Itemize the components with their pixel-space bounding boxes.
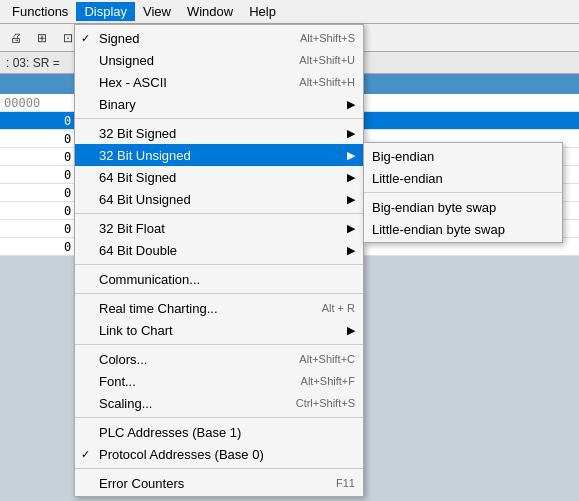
address-text: : 03: SR =	[6, 56, 60, 70]
menu-label-colors: Colors...	[99, 352, 147, 367]
divider-2	[75, 213, 363, 214]
menu-label-64bit-signed: 64 Bit Signed	[99, 170, 176, 185]
menu-item-64bit-unsigned[interactable]: 64 Bit Unsigned ▶	[75, 188, 363, 210]
menu-label-binary: Binary	[99, 97, 136, 112]
menu-item-plc-addresses[interactable]: PLC Addresses (Base 1)	[75, 421, 363, 443]
menu-help[interactable]: Help	[241, 2, 284, 21]
submenu-item-big-endian-swap[interactable]: Big-endian byte swap	[364, 196, 562, 218]
menu-item-protocol-addresses[interactable]: ✓ Protocol Addresses (Base 0)	[75, 443, 363, 465]
divider-7	[75, 468, 363, 469]
menu-label-protocol-addresses: Protocol Addresses (Base 0)	[99, 447, 264, 462]
display-dropdown-menu: ✓ Signed Alt+Shift+S Unsigned Alt+Shift+…	[74, 24, 364, 497]
submenu-item-little-endian-swap[interactable]: Little-endian byte swap	[364, 218, 562, 240]
arrow-64bit-double: ▶	[347, 244, 355, 257]
arrow-32bit-float: ▶	[347, 222, 355, 235]
submenu-label-little-endian: Little-endian	[372, 171, 443, 186]
submenu-32bit-unsigned: Big-endian Little-endian Big-endian byte…	[363, 142, 563, 243]
divider-4	[75, 293, 363, 294]
menu-item-hex-ascii[interactable]: Hex - ASCII Alt+Shift+H	[75, 71, 363, 93]
menubar: Functions Display View Window Help	[0, 0, 579, 24]
menu-label-32bit-signed: 32 Bit Signed	[99, 126, 176, 141]
arrow-64bit-unsigned: ▶	[347, 193, 355, 206]
row-val-5: 0	[64, 186, 71, 200]
row-addr-0: 00000	[4, 96, 64, 110]
menu-label-scaling: Scaling...	[99, 396, 152, 411]
menu-label-communication: Communication...	[99, 272, 200, 287]
divider-5	[75, 344, 363, 345]
submenu-label-big-endian: Big-endian	[372, 149, 434, 164]
menu-item-realtime-charting[interactable]: Real time Charting... Alt + R	[75, 297, 363, 319]
menu-item-32bit-float[interactable]: 32 Bit Float ▶	[75, 217, 363, 239]
menu-functions[interactable]: Functions	[4, 2, 76, 21]
row-val-6: 0	[64, 204, 71, 218]
menu-item-communication[interactable]: Communication...	[75, 268, 363, 290]
menu-window[interactable]: Window	[179, 2, 241, 21]
shortcut-error-counters: F11	[336, 477, 355, 489]
row-val-2: 0	[64, 132, 71, 146]
menu-label-64bit-unsigned: 64 Bit Unsigned	[99, 192, 191, 207]
row-val-3: 0	[64, 150, 71, 164]
divider-3	[75, 264, 363, 265]
shortcut-scaling: Ctrl+Shift+S	[296, 397, 355, 409]
menu-label-font: Font...	[99, 374, 136, 389]
arrow-32bit-unsigned: ▶	[347, 149, 355, 162]
menu-label-link-chart: Link to Chart	[99, 323, 173, 338]
menu-label-32bit-float: 32 Bit Float	[99, 221, 165, 236]
menu-item-unsigned[interactable]: Unsigned Alt+Shift+U	[75, 49, 363, 71]
shortcut-realtime-charting: Alt + R	[322, 302, 355, 314]
submenu-label-little-endian-swap: Little-endian byte swap	[372, 222, 505, 237]
menu-item-32bit-signed[interactable]: 32 Bit Signed ▶	[75, 122, 363, 144]
menu-label-realtime-charting: Real time Charting...	[99, 301, 218, 316]
menu-item-colors[interactable]: Colors... Alt+Shift+C	[75, 348, 363, 370]
arrow-64bit-signed: ▶	[347, 171, 355, 184]
check-protocol: ✓	[81, 448, 90, 461]
shortcut-signed: Alt+Shift+S	[300, 32, 355, 44]
menu-item-error-counters[interactable]: Error Counters F11	[75, 472, 363, 494]
row-val-8: 0	[64, 240, 71, 254]
menu-item-link-chart[interactable]: Link to Chart ▶	[75, 319, 363, 341]
menu-view[interactable]: View	[135, 2, 179, 21]
submenu-label-big-endian-swap: Big-endian byte swap	[372, 200, 496, 215]
row-val-4: 0	[64, 168, 71, 182]
shortcut-unsigned: Alt+Shift+U	[299, 54, 355, 66]
arrow-link-chart: ▶	[347, 324, 355, 337]
submenu-divider-1	[364, 192, 562, 193]
row-val-1: 0	[64, 114, 71, 128]
check-signed: ✓	[81, 32, 90, 45]
menu-label-hex-ascii: Hex - ASCII	[99, 75, 167, 90]
menu-item-binary[interactable]: Binary ▶	[75, 93, 363, 115]
shortcut-colors: Alt+Shift+C	[299, 353, 355, 365]
menu-label-error-counters: Error Counters	[99, 476, 184, 491]
arrow-binary: ▶	[347, 98, 355, 111]
divider-1	[75, 118, 363, 119]
menu-item-scaling[interactable]: Scaling... Ctrl+Shift+S	[75, 392, 363, 414]
divider-6	[75, 417, 363, 418]
shortcut-font: Alt+Shift+F	[301, 375, 355, 387]
menu-display[interactable]: Display	[76, 2, 135, 21]
shortcut-hex-ascii: Alt+Shift+H	[299, 76, 355, 88]
row-val-7: 0	[64, 222, 71, 236]
menu-item-64bit-signed[interactable]: 64 Bit Signed ▶	[75, 166, 363, 188]
menu-label-unsigned: Unsigned	[99, 53, 154, 68]
submenu-item-little-endian[interactable]: Little-endian	[364, 167, 562, 189]
arrow-32bit-signed: ▶	[347, 127, 355, 140]
submenu-item-big-endian[interactable]: Big-endian	[364, 145, 562, 167]
menu-item-signed[interactable]: ✓ Signed Alt+Shift+S	[75, 27, 363, 49]
menu-label-plc-addresses: PLC Addresses (Base 1)	[99, 425, 241, 440]
menu-item-32bit-unsigned[interactable]: 32 Bit Unsigned ▶ Big-endian Little-endi…	[75, 144, 363, 166]
menu-label-32bit-unsigned: 32 Bit Unsigned	[99, 148, 191, 163]
menu-label-64bit-double: 64 Bit Double	[99, 243, 177, 258]
grid-button[interactable]: ⊞	[30, 27, 54, 49]
print-button[interactable]: 🖨	[4, 27, 28, 49]
menu-label-signed: Signed	[99, 31, 139, 46]
menu-item-64bit-double[interactable]: 64 Bit Double ▶	[75, 239, 363, 261]
menu-item-font[interactable]: Font... Alt+Shift+F	[75, 370, 363, 392]
